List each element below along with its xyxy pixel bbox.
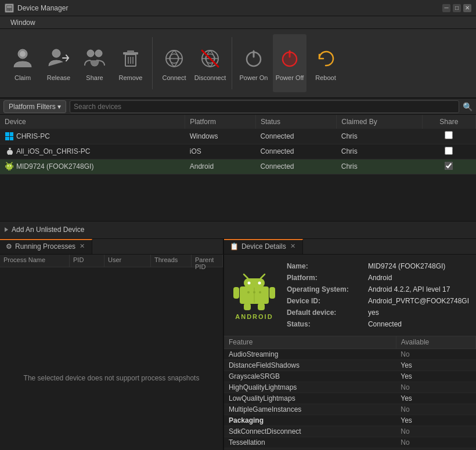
feature-name-8: Tessellation — [224, 437, 396, 448]
share-1 — [422, 144, 475, 159]
prop-deviceid: Device ID: Android_PVRTC@FOOK2748GI — [287, 295, 469, 307]
device-details-tab-close[interactable]: ✕ — [289, 242, 297, 250]
platform-filter-button[interactable]: Platform Filters ▾ — [3, 100, 66, 113]
platform-filter-label: Platform Filters ▾ — [9, 103, 61, 111]
window-controls: ─ □ ✕ — [442, 4, 471, 12]
empty-rows — [0, 175, 476, 221]
platform-1: iOS — [185, 144, 256, 159]
svg-line-33 — [6, 162, 8, 164]
maximize-button[interactable]: □ — [453, 4, 461, 12]
col-header-parent: Parent PID — [192, 255, 223, 267]
feature-row-3: HighQualityLightmapsNo — [224, 382, 476, 393]
prop-platform-label: Platform: — [287, 274, 368, 282]
status-1: Connected — [255, 144, 336, 159]
feature-name-6: Packaging — [224, 415, 396, 426]
device-row-1[interactable]: All_iOS_On_CHRIS-PC iOS Connected Chris — [0, 144, 476, 159]
prop-status-label: Status: — [287, 320, 368, 328]
col-claimedby: Claimed By — [337, 115, 422, 129]
feature-row-0: AudioStreamingNo — [224, 349, 476, 360]
poweroff-label: Power Off — [276, 74, 304, 81]
device-details-panel: 📋 Device Details ✕ — [224, 239, 476, 451]
reboot-icon — [312, 45, 339, 72]
prop-name-label: Name: — [287, 262, 368, 270]
details-tab-icon: 📋 — [230, 242, 239, 251]
svg-point-41 — [247, 281, 250, 284]
prop-deviceid-value: Android_PVRTC@FOOK2748GI — [368, 297, 469, 305]
feature-row-4: LowQualityLightmapsYes — [224, 393, 476, 404]
device-row-2[interactable]: MID9724 (FOOK2748GI) Android Connected C… — [0, 159, 476, 174]
poweroff-button[interactable]: Power Off — [273, 34, 306, 92]
running-processes-tab[interactable]: ⚙ Running Processes ✕ — [0, 239, 92, 254]
share-label: Share — [86, 74, 103, 81]
remove-button[interactable]: Remove — [114, 34, 147, 92]
feature-row-1: DistanceFieldShadowsYes — [224, 360, 476, 371]
share-0 — [422, 129, 475, 144]
feature-val-8: No — [396, 437, 475, 448]
poweron-label: Power On — [240, 74, 268, 81]
device-row-0[interactable]: CHRIS-PC Windows Connected Chris — [0, 129, 476, 144]
prop-os-value: Android 4.2.2, API level 17 — [368, 285, 450, 293]
running-processes-tab-label: Running Processes — [15, 242, 75, 251]
svg-rect-28 — [10, 132, 13, 136]
app-icon — [5, 3, 14, 13]
disconnect-button[interactable]: Disconnect — [193, 34, 227, 92]
process-empty-message: The selected device does not support pro… — [0, 267, 223, 451]
minimize-button[interactable]: ─ — [442, 4, 450, 12]
col-available: Available — [396, 336, 475, 349]
platform-2: Android — [185, 159, 256, 174]
processes-tab-bar: ⚙ Running Processes ✕ — [0, 239, 223, 255]
svg-rect-46 — [269, 287, 275, 299]
android-icon — [5, 162, 14, 171]
claimed-1: Chris — [337, 144, 422, 159]
feature-row-8: TessellationNo — [224, 437, 476, 448]
running-processes-tab-close[interactable]: ✕ — [78, 242, 86, 250]
device-details-tab[interactable]: 📋 Device Details ✕ — [224, 239, 303, 254]
expand-icon — [5, 227, 8, 232]
window-menu[interactable]: Window — [5, 17, 41, 28]
connect-button[interactable]: Connect — [157, 34, 191, 92]
feature-val-9: No — [396, 448, 475, 451]
prop-status-value: Connected — [368, 320, 402, 328]
prop-os-label: Operating System: — [287, 285, 368, 293]
svg-point-31 — [8, 165, 9, 166]
details-tab-bar: 📋 Device Details ✕ — [224, 239, 476, 255]
release-button[interactable]: Release — [42, 34, 75, 92]
svg-rect-48 — [258, 303, 265, 310]
svg-rect-36 — [10, 169, 11, 170]
status-2: Connected — [255, 159, 336, 174]
prop-default: Default device: yes — [287, 307, 469, 318]
add-device-label: Add An Unlisted Device — [12, 226, 84, 234]
svg-point-42 — [258, 281, 261, 284]
toolbar-separator-1 — [152, 37, 153, 89]
poweron-button[interactable]: Power On — [237, 34, 271, 92]
disconnect-icon — [197, 45, 223, 72]
claim-button[interactable]: Claim — [6, 34, 39, 92]
windows-icon — [5, 132, 14, 141]
feature-table-container: Feature Available AudioStreamingNoDistan… — [224, 336, 476, 451]
svg-line-44 — [261, 274, 265, 278]
release-icon — [45, 45, 72, 72]
table-header-row: Device Platform Status Claimed By Share — [0, 115, 476, 129]
share-button[interactable]: Share — [78, 34, 111, 92]
col-status: Status — [255, 115, 336, 129]
svg-rect-2 — [7, 9, 9, 11]
feature-header-row: Feature Available — [224, 336, 476, 349]
share-icon — [81, 45, 108, 72]
add-device-bar[interactable]: Add An Unlisted Device — [0, 222, 476, 239]
processes-panel: ⚙ Running Processes ✕ Process Name PID U… — [0, 239, 224, 451]
share-checkbox-0[interactable] — [445, 131, 453, 139]
close-button[interactable]: ✕ — [463, 4, 471, 12]
svg-point-52 — [259, 291, 261, 293]
reboot-button[interactable]: Reboot — [309, 34, 342, 92]
search-icon-button[interactable]: 🔍 — [463, 102, 473, 111]
device-table-container: Device Platform Status Claimed By Share — [0, 115, 476, 222]
col-header-threads: Threads — [151, 255, 192, 267]
bottom-panel: ⚙ Running Processes ✕ Process Name PID U… — [0, 239, 476, 451]
search-input[interactable] — [70, 100, 459, 113]
process-table-header: Process Name PID User Threads Parent PID — [0, 255, 223, 267]
disconnect-label: Disconnect — [194, 74, 226, 81]
share-checkbox-2[interactable] — [445, 162, 453, 170]
share-checkbox-1[interactable] — [445, 147, 453, 155]
feature-name-2: GrayscaleSRGB — [224, 371, 396, 382]
feature-val-1: Yes — [396, 360, 475, 371]
